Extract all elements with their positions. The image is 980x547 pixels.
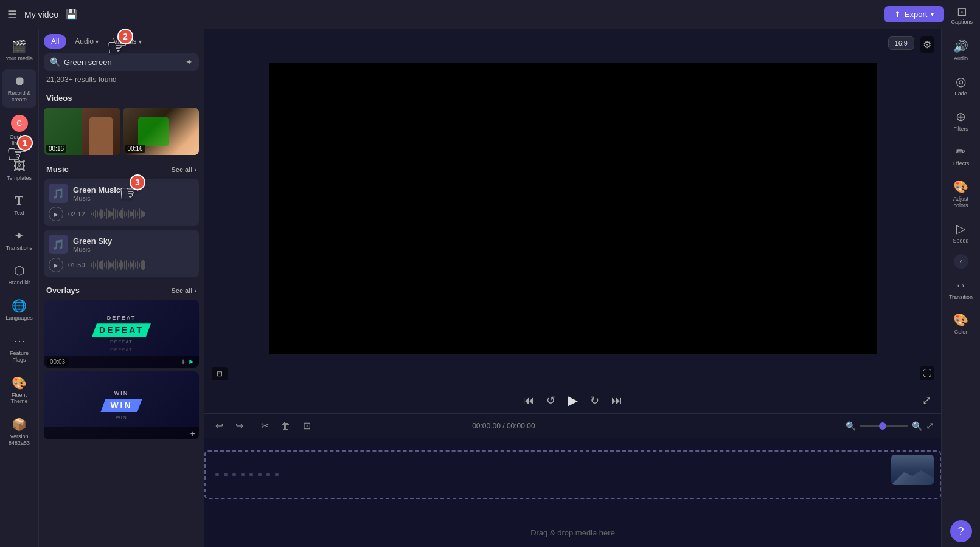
overlay-favorite-icon[interactable]: ► (188, 357, 195, 366)
effects-icon: ✏ (956, 144, 966, 159)
overlay-win-add-icon[interactable]: + (190, 428, 195, 438)
forward-button[interactable]: ↻ (590, 394, 599, 407)
right-item-audio[interactable]: 🔊 Audio (944, 34, 978, 67)
music-label: Music (46, 165, 69, 174)
overlay-defeat[interactable]: DEFEAT DEFEAT DEFEAT DEFEAT 00:03 + ► (44, 300, 199, 368)
search-input[interactable] (64, 58, 182, 67)
music-item-2[interactable]: 🎵 Green Sky Music ▶ 01:50 (44, 230, 199, 277)
expand-button[interactable]: ⤢ (922, 394, 931, 407)
right-item-effects[interactable]: ✏ Effects (944, 139, 978, 172)
sidebar-item-fluent-theme[interactable]: 🎨 Fluent Theme (2, 371, 36, 410)
tab-visuals[interactable]: Visuals ▾ (107, 34, 147, 49)
help-button[interactable]: ? (950, 520, 972, 542)
music-controls-2: ▶ 01:50 (49, 258, 194, 272)
video-duration-1: 00:16 (46, 145, 66, 153)
overlay-win[interactable]: WIN WIN WIN + (44, 371, 199, 439)
overlays-see-all-chevron-icon: › (194, 287, 196, 294)
right-item-adjust-colors[interactable]: 🎨 Adjust colors (944, 174, 978, 214)
record-icon: ⏺ (13, 74, 26, 88)
undo-button[interactable]: ↩ (212, 419, 227, 433)
skip-forward-button[interactable]: ⏭ (611, 394, 622, 407)
main-layout: 🎬 Your media ⏺ Record & create C Content… (0, 29, 980, 547)
sidebar-item-record[interactable]: ⏺ Record & create (2, 69, 36, 108)
sidebar-item-templates[interactable]: 🖼 Templates (2, 154, 36, 187)
waveform-2 (91, 258, 194, 272)
music-duration-1: 02:12 (68, 210, 86, 218)
menu-icon[interactable]: ☰ (7, 8, 17, 21)
music-see-all[interactable]: See all › (171, 166, 196, 173)
languages-icon: 🌐 (12, 298, 27, 313)
timeline-area: ↩ ↪ ✂ 🗑 ⊡ 00:00.00 / 00:00.00 🔍 🔍 (204, 413, 941, 547)
sidebar-item-languages[interactable]: 🌐 Languages (2, 294, 36, 326)
music-play-btn-1[interactable]: ▶ (49, 207, 63, 221)
ai-sparkle-icon[interactable]: ✦ (186, 57, 193, 67)
tab-all[interactable]: All (44, 34, 66, 49)
zoom-out-button[interactable]: 🔍 (846, 421, 856, 431)
right-item-fade[interactable]: ◎ Fade (944, 69, 978, 102)
overlays-see-all[interactable]: See all › (171, 287, 196, 294)
visuals-chevron-icon: ▾ (139, 38, 142, 45)
delete-button[interactable]: 🗑 (277, 419, 294, 433)
content-panel: All Audio ▾ Visuals ▾ 🔍 ✦ 21,203+ result… (39, 29, 204, 547)
export-chevron-icon: ▾ (931, 11, 934, 18)
captions-button[interactable]: ⊡ Captions (951, 4, 973, 25)
zoom-in-button[interactable]: 🔍 (912, 421, 922, 431)
save-status-icon: 💾 (66, 9, 78, 20)
color-right-icon: 🎨 (953, 312, 968, 327)
right-item-filters[interactable]: ⊕ Filters (944, 105, 978, 137)
sidebar-item-feature-flags[interactable]: ⋯ Feature Flags (2, 329, 36, 368)
preview-settings-button[interactable]: ⚙ (920, 36, 934, 53)
feature-flags-icon: ⋯ (13, 334, 26, 348)
right-item-transition[interactable]: ↔ Transition (944, 274, 978, 306)
sidebar-item-transitions[interactable]: ✦ Transitions (2, 224, 36, 256)
play-pause-button[interactable]: ▶ (568, 393, 578, 408)
right-item-color[interactable]: 🎨 Color (944, 308, 978, 340)
rewind-button[interactable]: ↺ (546, 394, 555, 407)
tab-audio[interactable]: Audio ▾ (69, 34, 105, 49)
music-genre-2: Music (73, 246, 194, 253)
skip-back-button[interactable]: ⏮ (523, 394, 534, 407)
timeline-toolbar: ↩ ↪ ✂ 🗑 ⊡ 00:00.00 / 00:00.00 🔍 🔍 (204, 414, 941, 438)
export-button[interactable]: ⬆ Export ▾ (884, 6, 944, 22)
playback-controls: ⏮ ↺ ▶ ↻ ⏭ ⤢ (204, 388, 941, 413)
waveform-1 (91, 207, 194, 221)
video-canvas (269, 63, 877, 354)
win-text: WIN (100, 399, 142, 412)
music-item-1[interactable]: 🎵 Green Music Music ▶ 02:12 (44, 179, 199, 226)
music-play-btn-2[interactable]: ▶ (49, 258, 63, 272)
sidebar-item-brand-kit[interactable]: ⬡ Brand kit (2, 258, 36, 291)
video-thumb-1[interactable]: 00:16 (44, 108, 120, 155)
music-info-2: Green Sky Music (73, 236, 194, 253)
sidebar-item-content-library[interactable]: C Content library (2, 110, 36, 152)
fit-button[interactable]: ⤢ (926, 420, 934, 432)
project-name: My video (24, 10, 58, 19)
video-thumb-2[interactable]: 00:16 (123, 108, 200, 155)
defeat-text: DEFEAT (92, 323, 151, 337)
overlay-add-icon[interactable]: + (181, 357, 186, 366)
music-title-2: Green Sky (73, 236, 194, 246)
export-up-icon: ⬆ (894, 10, 901, 19)
sidebar-collapse-button[interactable]: ‹ (954, 254, 968, 269)
overlays-label: Overlays (46, 286, 80, 295)
fade-icon: ◎ (956, 74, 966, 89)
caption-button[interactable]: ⊡ (212, 367, 228, 380)
sidebar-item-text[interactable]: T Text (2, 189, 36, 221)
fullscreen-button[interactable]: ⛶ (920, 366, 934, 380)
sidebar-item-your-media[interactable]: 🎬 Your media (2, 34, 36, 67)
save-clip-button[interactable]: ⊡ (299, 419, 315, 433)
redo-button[interactable]: ↪ (232, 419, 247, 433)
track-clip[interactable] (204, 450, 941, 499)
music-title-1: Green Music (73, 185, 194, 194)
video-duration-2: 00:16 (125, 145, 145, 153)
right-item-speed[interactable]: ▷ Speed (944, 216, 978, 249)
cut-button[interactable]: ✂ (257, 419, 273, 433)
transitions-icon: ✦ (14, 229, 24, 243)
timeline-time: 00:00.00 / 00:00.00 (472, 422, 535, 430)
video-preview-area: 16:9 ⚙ ⊡ ⛶ (204, 29, 941, 388)
topbar: ☰ My video 💾 ⬆ Export ▾ ⊡ Captions (0, 0, 980, 29)
music-controls-1: ▶ 02:12 (49, 207, 194, 221)
search-bar: 🔍 ✦ (44, 53, 199, 71)
speed-icon: ▷ (956, 221, 965, 236)
aspect-ratio-button[interactable]: 16:9 (888, 36, 914, 50)
zoom-slider[interactable] (860, 425, 908, 427)
